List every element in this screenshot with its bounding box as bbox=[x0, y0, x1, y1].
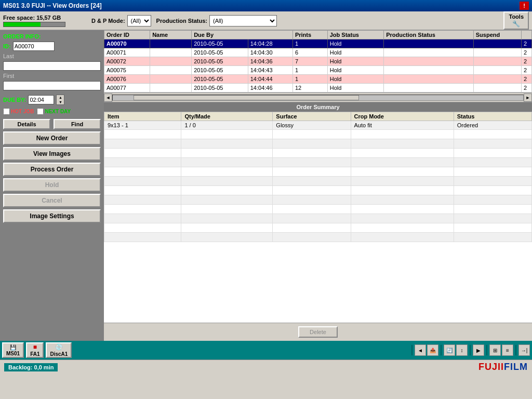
toolbar: Free space: 15,57 GB D & P Mode: (All) P… bbox=[0, 11, 532, 30]
taskbar-right: ◄ 📤 🔄 ↕ ▶ ⊞ ≡ →| bbox=[410, 344, 530, 356]
nav-prev-btn[interactable]: ◄ bbox=[415, 344, 426, 356]
name-cell bbox=[150, 75, 192, 84]
nav-send-btn[interactable]: 📤 bbox=[427, 344, 438, 356]
prod-status-select[interactable]: (All) bbox=[209, 15, 277, 26]
process-order-button[interactable]: Process Order bbox=[3, 163, 101, 176]
delete-button[interactable]: Delete bbox=[298, 326, 338, 338]
due-by-label: DUE BY: bbox=[3, 97, 26, 103]
name-cell bbox=[150, 48, 192, 57]
job-status-cell: Hold bbox=[327, 48, 383, 57]
prod-status-cell bbox=[384, 48, 474, 57]
summary-empty-row bbox=[104, 205, 532, 214]
due-time-cell: 14:04:43 bbox=[248, 66, 292, 75]
disca1-label: DiscA1 bbox=[50, 351, 68, 357]
due-time-cell: 14:04:36 bbox=[248, 57, 292, 66]
first-input[interactable] bbox=[3, 81, 101, 90]
table-row[interactable]: A00076 2010-05-05 14:04:44 1 Hold 2 bbox=[104, 75, 532, 84]
prod-status-cell bbox=[384, 39, 474, 48]
order-id-cell: A00070 bbox=[104, 39, 150, 48]
table-row[interactable]: A00072 2010-05-05 14:04:36 7 Hold 2 bbox=[104, 57, 532, 66]
taskbar-disca1-btn[interactable]: 💿 DiscA1 bbox=[46, 342, 72, 358]
fa1-icon: ■ bbox=[33, 343, 37, 351]
due-by-spinner[interactable]: ▲ ▼ bbox=[56, 95, 64, 105]
summary-empty-row bbox=[104, 214, 532, 223]
col-name: Name bbox=[150, 31, 192, 39]
table-row[interactable]: A00071 2010-05-05 14:04:30 6 Hold 2 bbox=[104, 48, 532, 57]
statusbar: Backlog: 0,0 min FUJIIFILM bbox=[0, 360, 532, 374]
horizontal-scrollbar[interactable]: ◄ ► bbox=[104, 93, 532, 102]
nav-exit-btn[interactable]: →| bbox=[518, 344, 530, 356]
find-button[interactable]: Find bbox=[54, 119, 101, 129]
due-by-down[interactable]: ▼ bbox=[57, 100, 64, 104]
taskbar-fa1-btn[interactable]: ■ FA1 bbox=[26, 342, 44, 358]
summary-empty-row bbox=[104, 139, 532, 149]
table-row[interactable]: A00070 2010-05-05 14:04:28 1 Hold 2 bbox=[104, 39, 532, 48]
nav-refresh-btn[interactable]: 🔄 bbox=[444, 344, 455, 356]
extra-cell: 2 bbox=[522, 57, 532, 66]
prod-status-cell bbox=[384, 66, 474, 75]
hot-job-label: HOT JOB bbox=[11, 109, 34, 114]
hot-job-checkbox[interactable] bbox=[3, 108, 10, 115]
ms01-icon: 💾 bbox=[10, 344, 16, 350]
orders-tbody[interactable]: A00070 2010-05-05 14:04:28 1 Hold 2 A000… bbox=[104, 39, 532, 92]
due-date-cell: 2010-05-05 bbox=[192, 75, 248, 84]
col-extra bbox=[522, 31, 532, 39]
free-space-fill bbox=[4, 22, 41, 26]
job-status-cell: Hold bbox=[327, 66, 383, 75]
scroll-thumb[interactable] bbox=[134, 95, 360, 100]
id-row: ID: bbox=[3, 42, 101, 51]
summary-empty-row bbox=[104, 149, 532, 158]
order-info-label: ORDER INFO: bbox=[3, 33, 101, 39]
scroll-left-button[interactable]: ◄ bbox=[104, 94, 112, 102]
nav-list-btn[interactable]: ≡ bbox=[502, 344, 513, 356]
next-day-checkbox-label[interactable]: NEXT DAY bbox=[37, 108, 71, 115]
summary-empty-row bbox=[104, 177, 532, 186]
nav-sync-btn[interactable]: ↕ bbox=[456, 344, 468, 356]
next-day-label: NEXT DAY bbox=[45, 109, 71, 114]
cancel-button[interactable]: Cancel bbox=[3, 194, 101, 207]
backlog-badge: Backlog: 0,0 min bbox=[4, 363, 58, 371]
summary-row: 9x13 - 1 1 / 0 Glossy Auto fit Ordered bbox=[104, 121, 532, 130]
prints-cell: 1 bbox=[292, 39, 327, 48]
delete-button-area: Delete bbox=[104, 323, 532, 341]
extra-cell: 2 bbox=[522, 39, 532, 48]
dp-mode-area: D & P Mode: (All) bbox=[91, 15, 151, 26]
prints-cell: 6 bbox=[292, 48, 327, 57]
next-day-checkbox[interactable] bbox=[37, 108, 44, 115]
orders-table-area[interactable]: Order ID Name Due By Prints Job Status P… bbox=[104, 30, 532, 93]
image-settings-button[interactable]: Image Settings bbox=[3, 209, 101, 223]
tools-icon: 🔧 bbox=[512, 20, 520, 28]
due-by-input[interactable] bbox=[28, 95, 54, 104]
last-input[interactable] bbox=[3, 61, 101, 71]
nav-play-btn[interactable]: ▶ bbox=[473, 344, 484, 356]
close-button[interactable]: ! bbox=[520, 2, 529, 10]
summary-col-status: Status bbox=[454, 112, 531, 121]
view-images-button[interactable]: View Images bbox=[3, 147, 101, 161]
nav-grid-btn[interactable]: ⊞ bbox=[489, 344, 501, 356]
table-row[interactable]: A00077 2010-05-05 14:04:46 12 Hold 2 bbox=[104, 84, 532, 92]
hold-button[interactable]: Hold bbox=[3, 178, 101, 192]
ms01-label: MS01 bbox=[6, 351, 20, 356]
scroll-right-button[interactable]: ► bbox=[524, 94, 532, 102]
details-button[interactable]: Details bbox=[3, 119, 50, 129]
due-date-cell: 2010-05-05 bbox=[192, 39, 248, 48]
orders-table: Order ID Name Due By Prints Job Status P… bbox=[104, 30, 532, 92]
dp-mode-select[interactable]: (All) bbox=[127, 15, 151, 26]
id-input[interactable] bbox=[13, 42, 55, 51]
scroll-track[interactable] bbox=[112, 95, 524, 101]
summary-empty-row bbox=[104, 195, 532, 205]
prints-cell: 12 bbox=[292, 84, 327, 92]
due-time-cell: 14:04:44 bbox=[248, 75, 292, 84]
fa1-label: FA1 bbox=[30, 351, 39, 357]
extra-cell: 2 bbox=[522, 75, 532, 84]
title-bar: MS01 3.0 FUJI -- View Orders [24] ! bbox=[0, 0, 532, 11]
summary-crop: Auto fit bbox=[351, 121, 454, 130]
new-order-button[interactable]: New Order bbox=[3, 131, 101, 145]
table-row[interactable]: A00075 2010-05-05 14:04:43 1 Hold 2 bbox=[104, 66, 532, 75]
tools-button[interactable]: Tools 🔧 bbox=[503, 11, 529, 30]
col-prints: Prints bbox=[292, 31, 327, 39]
summary-col-crop: Crop Mode bbox=[351, 112, 454, 121]
hot-job-checkbox-label[interactable]: HOT JOB bbox=[3, 108, 34, 115]
due-by-up[interactable]: ▲ bbox=[57, 95, 64, 100]
taskbar-ms01-btn[interactable]: 💾 MS01 bbox=[2, 342, 24, 358]
